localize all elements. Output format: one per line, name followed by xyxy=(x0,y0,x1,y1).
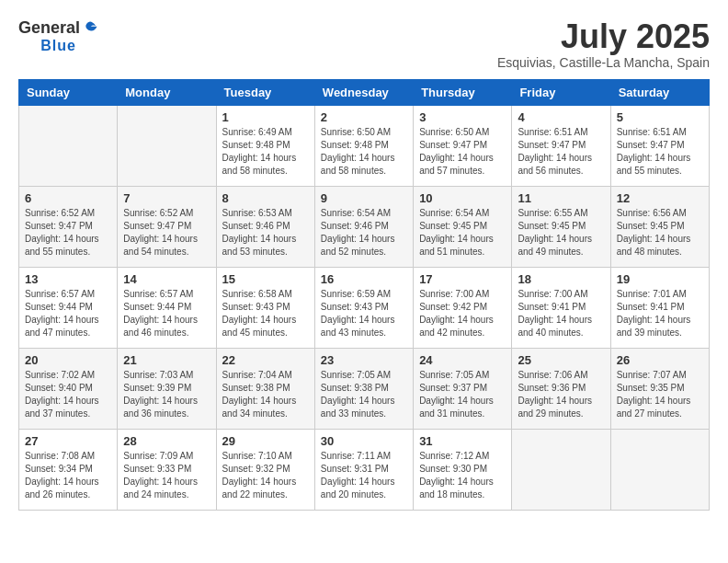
day-number: 10 xyxy=(419,191,506,205)
day-detail: Sunrise: 6:56 AM Sunset: 9:45 PM Dayligh… xyxy=(617,207,703,259)
table-row: 25Sunrise: 7:06 AM Sunset: 9:36 PM Dayli… xyxy=(512,348,610,429)
table-row: 31Sunrise: 7:12 AM Sunset: 9:30 PM Dayli… xyxy=(414,429,512,510)
day-detail: Sunrise: 6:49 AM Sunset: 9:48 PM Dayligh… xyxy=(222,126,309,178)
day-number: 25 xyxy=(518,353,604,367)
table-row: 24Sunrise: 7:05 AM Sunset: 9:37 PM Dayli… xyxy=(414,348,512,429)
day-number: 6 xyxy=(25,191,111,205)
day-detail: Sunrise: 7:05 AM Sunset: 9:38 PM Dayligh… xyxy=(321,369,407,420)
title-area: July 2025 Esquivias, Castille-La Mancha,… xyxy=(497,18,710,70)
day-number: 11 xyxy=(518,191,604,205)
table-row: 12Sunrise: 6:56 AM Sunset: 9:45 PM Dayli… xyxy=(610,186,709,267)
header: General Blue July 2025 Esquivias, Castil… xyxy=(18,18,710,70)
header-saturday: Saturday xyxy=(610,79,709,105)
day-detail: Sunrise: 7:09 AM Sunset: 9:33 PM Dayligh… xyxy=(123,450,210,501)
day-number: 17 xyxy=(419,272,506,286)
logo-bird-icon xyxy=(82,20,98,37)
week-row-3: 13Sunrise: 6:57 AM Sunset: 9:44 PM Dayli… xyxy=(19,267,710,348)
day-number: 5 xyxy=(617,110,703,124)
day-detail: Sunrise: 7:08 AM Sunset: 9:34 PM Dayligh… xyxy=(25,450,111,501)
day-detail: Sunrise: 6:58 AM Sunset: 9:43 PM Dayligh… xyxy=(222,288,309,339)
table-row: 20Sunrise: 7:02 AM Sunset: 9:40 PM Dayli… xyxy=(19,348,118,429)
day-detail: Sunrise: 6:51 AM Sunset: 9:47 PM Dayligh… xyxy=(617,126,703,178)
table-row: 3Sunrise: 6:50 AM Sunset: 9:47 PM Daylig… xyxy=(414,105,512,186)
table-row: 21Sunrise: 7:03 AM Sunset: 9:39 PM Dayli… xyxy=(118,348,216,429)
table-row: 28Sunrise: 7:09 AM Sunset: 9:33 PM Dayli… xyxy=(118,429,216,510)
day-detail: Sunrise: 7:06 AM Sunset: 9:36 PM Dayligh… xyxy=(518,369,604,420)
location-title: Esquivias, Castille-La Mancha, Spain xyxy=(497,55,710,70)
header-wednesday: Wednesday xyxy=(314,79,413,105)
header-monday: Monday xyxy=(118,79,216,105)
day-detail: Sunrise: 6:57 AM Sunset: 9:44 PM Dayligh… xyxy=(25,288,111,339)
table-row: 4Sunrise: 6:51 AM Sunset: 9:47 PM Daylig… xyxy=(512,105,610,186)
day-detail: Sunrise: 7:11 AM Sunset: 9:31 PM Dayligh… xyxy=(321,450,407,501)
logo-blue: Blue xyxy=(40,38,76,54)
day-detail: Sunrise: 7:10 AM Sunset: 9:32 PM Dayligh… xyxy=(222,450,309,501)
logo: General Blue xyxy=(18,18,98,54)
month-title: July 2025 xyxy=(497,18,710,55)
table-row: 14Sunrise: 6:57 AM Sunset: 9:44 PM Dayli… xyxy=(118,267,216,348)
day-number: 8 xyxy=(222,191,309,205)
table-row: 1Sunrise: 6:49 AM Sunset: 9:48 PM Daylig… xyxy=(216,105,314,186)
day-number: 7 xyxy=(123,191,210,205)
header-tuesday: Tuesday xyxy=(216,79,314,105)
day-detail: Sunrise: 7:00 AM Sunset: 9:42 PM Dayligh… xyxy=(419,288,506,339)
day-number: 23 xyxy=(321,353,407,367)
day-detail: Sunrise: 6:51 AM Sunset: 9:47 PM Dayligh… xyxy=(518,126,604,178)
day-detail: Sunrise: 7:02 AM Sunset: 9:40 PM Dayligh… xyxy=(25,369,111,420)
table-row: 27Sunrise: 7:08 AM Sunset: 9:34 PM Dayli… xyxy=(19,429,118,510)
calendar-header-row: Sunday Monday Tuesday Wednesday Thursday… xyxy=(19,79,710,105)
day-detail: Sunrise: 7:05 AM Sunset: 9:37 PM Dayligh… xyxy=(419,369,506,420)
logo-general: General xyxy=(18,18,80,38)
day-detail: Sunrise: 7:12 AM Sunset: 9:30 PM Dayligh… xyxy=(419,450,506,501)
table-row xyxy=(610,429,709,510)
table-row: 19Sunrise: 7:01 AM Sunset: 9:41 PM Dayli… xyxy=(610,267,709,348)
table-row: 16Sunrise: 6:59 AM Sunset: 9:43 PM Dayli… xyxy=(314,267,413,348)
table-row: 22Sunrise: 7:04 AM Sunset: 9:38 PM Dayli… xyxy=(216,348,314,429)
day-number: 9 xyxy=(321,191,407,205)
day-number: 18 xyxy=(518,272,604,286)
table-row: 2Sunrise: 6:50 AM Sunset: 9:48 PM Daylig… xyxy=(314,105,413,186)
day-detail: Sunrise: 6:53 AM Sunset: 9:46 PM Dayligh… xyxy=(222,207,309,259)
day-number: 24 xyxy=(419,353,506,367)
day-detail: Sunrise: 6:57 AM Sunset: 9:44 PM Dayligh… xyxy=(123,288,210,339)
table-row: 7Sunrise: 6:52 AM Sunset: 9:47 PM Daylig… xyxy=(118,186,216,267)
header-thursday: Thursday xyxy=(414,79,512,105)
day-detail: Sunrise: 7:01 AM Sunset: 9:41 PM Dayligh… xyxy=(617,288,703,339)
table-row xyxy=(19,105,118,186)
header-friday: Friday xyxy=(512,79,610,105)
day-number: 15 xyxy=(222,272,309,286)
day-number: 4 xyxy=(518,110,604,124)
header-sunday: Sunday xyxy=(19,79,118,105)
day-number: 14 xyxy=(123,272,210,286)
week-row-1: 1Sunrise: 6:49 AM Sunset: 9:48 PM Daylig… xyxy=(19,105,710,186)
table-row: 30Sunrise: 7:11 AM Sunset: 9:31 PM Dayli… xyxy=(314,429,413,510)
week-row-4: 20Sunrise: 7:02 AM Sunset: 9:40 PM Dayli… xyxy=(19,348,710,429)
day-detail: Sunrise: 7:04 AM Sunset: 9:38 PM Dayligh… xyxy=(222,369,309,420)
week-row-2: 6Sunrise: 6:52 AM Sunset: 9:47 PM Daylig… xyxy=(19,186,710,267)
table-row: 18Sunrise: 7:00 AM Sunset: 9:41 PM Dayli… xyxy=(512,267,610,348)
day-number: 21 xyxy=(123,353,210,367)
table-row: 15Sunrise: 6:58 AM Sunset: 9:43 PM Dayli… xyxy=(216,267,314,348)
day-number: 22 xyxy=(222,353,309,367)
table-row xyxy=(512,429,610,510)
day-number: 20 xyxy=(25,353,111,367)
day-number: 30 xyxy=(321,434,407,448)
day-detail: Sunrise: 6:54 AM Sunset: 9:45 PM Dayligh… xyxy=(419,207,506,259)
table-row: 11Sunrise: 6:55 AM Sunset: 9:45 PM Dayli… xyxy=(512,186,610,267)
day-detail: Sunrise: 7:03 AM Sunset: 9:39 PM Dayligh… xyxy=(123,369,210,420)
day-detail: Sunrise: 6:55 AM Sunset: 9:45 PM Dayligh… xyxy=(518,207,604,259)
table-row: 9Sunrise: 6:54 AM Sunset: 9:46 PM Daylig… xyxy=(314,186,413,267)
day-detail: Sunrise: 6:52 AM Sunset: 9:47 PM Dayligh… xyxy=(25,207,111,259)
day-detail: Sunrise: 7:07 AM Sunset: 9:35 PM Dayligh… xyxy=(617,369,703,420)
table-row: 23Sunrise: 7:05 AM Sunset: 9:38 PM Dayli… xyxy=(314,348,413,429)
day-detail: Sunrise: 7:00 AM Sunset: 9:41 PM Dayligh… xyxy=(518,288,604,339)
day-number: 27 xyxy=(25,434,111,448)
day-number: 19 xyxy=(617,272,703,286)
table-row: 29Sunrise: 7:10 AM Sunset: 9:32 PM Dayli… xyxy=(216,429,314,510)
day-detail: Sunrise: 6:59 AM Sunset: 9:43 PM Dayligh… xyxy=(321,288,407,339)
table-row: 5Sunrise: 6:51 AM Sunset: 9:47 PM Daylig… xyxy=(610,105,709,186)
calendar: Sunday Monday Tuesday Wednesday Thursday… xyxy=(18,79,710,511)
table-row: 8Sunrise: 6:53 AM Sunset: 9:46 PM Daylig… xyxy=(216,186,314,267)
day-number: 3 xyxy=(419,110,506,124)
table-row xyxy=(118,105,216,186)
